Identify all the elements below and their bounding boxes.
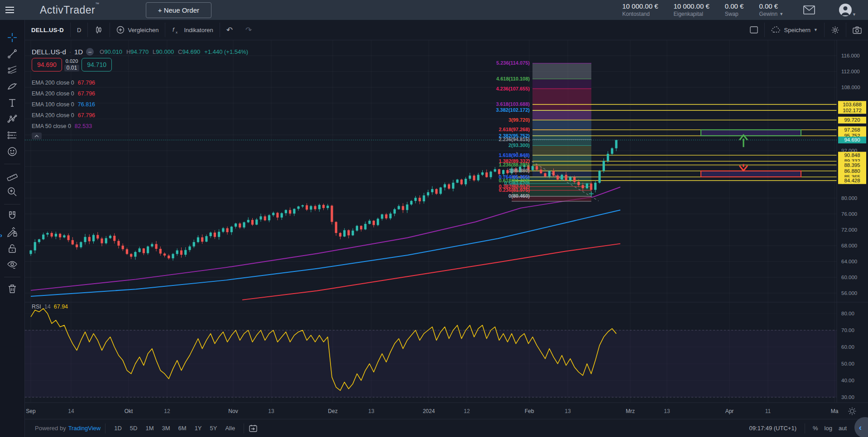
activtrader-app: ActivTrader™ + Neue Order 10 000.00 € Ko… <box>0 0 868 437</box>
log-scale-button[interactable]: log <box>821 423 835 433</box>
text-tool-icon[interactable] <box>5 95 20 110</box>
svg-text:4.618(110.108): 4.618(110.108) <box>496 76 530 81</box>
drawing-tool-rail <box>0 20 25 437</box>
tradingview-link[interactable]: TradingView <box>68 425 101 432</box>
rail-expand-chevron[interactable]: › <box>0 232 2 239</box>
save-layout-button[interactable]: Speichern ▼ <box>765 20 824 40</box>
svg-text:90.848: 90.848 <box>844 152 860 158</box>
svg-text:13: 13 <box>268 408 274 414</box>
range-1y-button[interactable]: 1Y <box>191 423 206 433</box>
undo-button[interactable]: ↶ <box>220 20 239 40</box>
svg-text:14: 14 <box>68 408 74 414</box>
trademark: ™ <box>95 2 100 6</box>
ema-line <box>31 187 620 290</box>
interval-button[interactable]: D <box>71 20 87 40</box>
mail-icon[interactable] <box>803 5 815 14</box>
svg-text:112.000: 112.000 <box>841 69 860 74</box>
range-3m-button[interactable]: 3M <box>158 423 174 433</box>
measure-tool-icon[interactable] <box>5 168 20 183</box>
chart-settings-button[interactable] <box>825 20 846 40</box>
spread-top: 0.020 <box>66 58 78 64</box>
axis-settings-icon[interactable] <box>849 408 856 415</box>
svg-text:13: 13 <box>368 408 374 414</box>
emoji-tool-icon[interactable] <box>5 144 20 159</box>
svg-text:2.236(94.815): 2.236(94.815) <box>499 137 530 142</box>
user-menu[interactable]: ▼ <box>839 3 856 17</box>
svg-text:1.618(90.848): 1.618(90.848) <box>499 152 530 158</box>
remove-drawings-tool-icon[interactable] <box>5 281 20 296</box>
trend-line-tool-icon[interactable] <box>5 46 20 62</box>
lock-tool-icon[interactable] <box>5 241 20 256</box>
svg-text:1.236(88.395): 1.236(88.395) <box>499 162 530 167</box>
equity-block: 10 000.00 € Eigenkapital <box>674 2 710 18</box>
lock-drawings-tool-icon[interactable] <box>5 224 20 240</box>
range-5y-button[interactable]: 5Y <box>206 423 221 433</box>
fib-extension-band <box>532 110 591 120</box>
redo-button[interactable]: ↷ <box>239 20 258 40</box>
buy-price-button[interactable]: 94.710 <box>82 58 112 71</box>
profit-block[interactable]: 0.00 € Gewinn▼ <box>759 2 783 18</box>
new-order-button[interactable]: + Neue Order <box>146 2 211 18</box>
indicators-button[interactable]: f x Indikatoren <box>165 20 219 40</box>
hide-drawings-tool-icon[interactable] <box>5 257 20 272</box>
pattern-tool-icon[interactable] <box>5 111 20 127</box>
svg-text:86.880: 86.880 <box>844 168 860 174</box>
svg-text:2(93.300): 2(93.300) <box>508 142 530 148</box>
percent-scale-button[interactable]: % <box>810 423 821 433</box>
collapse-indicators-button[interactable] <box>32 133 42 139</box>
svg-text:60.000: 60.000 <box>841 275 857 280</box>
spread-indicator: 0.020 0.01 <box>64 58 79 71</box>
svg-text:94.690: 94.690 <box>844 137 860 142</box>
range-6m-button[interactable]: 6M <box>174 423 191 433</box>
balance-value: 10 000.00 € <box>622 2 658 11</box>
rectangle-drawing[interactable] <box>701 130 801 136</box>
range-1m-button[interactable]: 1M <box>141 423 158 433</box>
gear-icon <box>831 26 839 34</box>
rectangle-drawing[interactable] <box>701 171 801 177</box>
forecast-tool-icon[interactable] <box>5 128 20 143</box>
menu-icon[interactable] <box>0 0 20 20</box>
magnet-tool-icon[interactable] <box>5 208 20 223</box>
chart-style-button[interactable] <box>88 20 110 40</box>
compare-button[interactable]: Vergleichen <box>110 20 165 40</box>
range-all-button[interactable]: Alle <box>221 423 239 433</box>
candles-icon <box>94 25 103 34</box>
brush-tool-icon[interactable] <box>5 79 20 94</box>
symbol-button[interactable]: DELL.US-D <box>25 20 70 40</box>
zoom-in-tool-icon[interactable] <box>5 184 20 200</box>
range-5d-button[interactable]: 5D <box>126 423 142 433</box>
price-axis[interactable]: 116.000112.000108.000104.000100.00096.00… <box>838 53 866 400</box>
svg-text:97.268: 97.268 <box>844 127 860 133</box>
crosshair-tool-icon[interactable] <box>5 30 20 45</box>
chart-widget: DELL.US-D D Vergleichen f x Indikatoren <box>25 20 868 419</box>
profit-label: Gewinn <box>759 11 777 18</box>
go-to-date-button[interactable] <box>249 424 258 432</box>
svg-text:3.618(103.688): 3.618(103.688) <box>496 101 530 107</box>
fib-extension-band <box>532 146 591 155</box>
svg-text:80.000: 80.000 <box>841 195 857 201</box>
svg-text:13: 13 <box>565 408 571 414</box>
snapshot-button[interactable] <box>846 20 868 40</box>
range-1d-button[interactable]: 1D <box>110 423 126 433</box>
sell-price-button[interactable]: 94.690 <box>32 58 62 71</box>
powered-by-label: Powered by <box>35 425 66 432</box>
chart-svg[interactable]: 5.236(114.075)4.618(110.108)4.236(107.65… <box>25 40 868 419</box>
plus-circle-icon <box>116 26 125 34</box>
quote-buttons: 94.690 0.020 0.01 94.710 <box>32 58 112 71</box>
session-clock[interactable]: 09:17:49 (UTC+1) <box>749 425 796 432</box>
auto-scale-button[interactable]: aut <box>835 423 850 433</box>
avatar <box>839 3 852 17</box>
chart-canvas[interactable]: 5.236(114.075)4.618(110.108)4.236(107.65… <box>25 40 868 419</box>
svg-text:x: x <box>176 30 177 34</box>
panel-layout-button[interactable] <box>743 20 764 40</box>
rsi-band <box>25 330 837 397</box>
panel-collapse-button[interactable]: ‹ <box>854 417 868 437</box>
top-bar: ActivTrader™ + Neue Order 10 000.00 € Ko… <box>0 0 868 20</box>
collapse-legend-button[interactable]: – <box>86 48 94 56</box>
svg-text:72.000: 72.000 <box>841 227 857 233</box>
svg-text:40.00: 40.00 <box>841 378 854 383</box>
calendar-arrow-icon <box>249 424 258 432</box>
time-axis[interactable]: Sep14Okt12Nov13Dez13202412Feb13Mrz13Apr1… <box>26 408 838 414</box>
fib-extension-band <box>532 139 591 145</box>
pitchfork-tool-icon[interactable] <box>5 62 20 78</box>
